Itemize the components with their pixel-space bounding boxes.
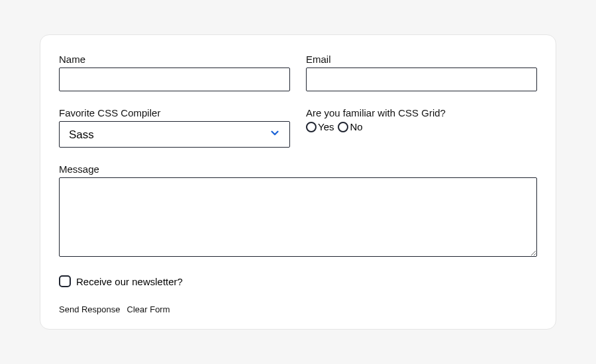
reset-button[interactable]: Clear Form xyxy=(127,304,170,314)
form-card: Name Email Favorite CSS Compiler Sass Ar… xyxy=(40,34,556,330)
email-input[interactable] xyxy=(306,68,537,91)
radio-no-label: No xyxy=(350,121,362,132)
checkbox-icon[interactable] xyxy=(59,275,71,287)
grid-radios: Yes No xyxy=(306,121,537,132)
row-1: Name Email xyxy=(59,54,537,91)
radio-circle-icon xyxy=(338,122,348,132)
compiler-select-wrap: Sass xyxy=(59,121,290,148)
submit-button[interactable]: Send Response xyxy=(59,304,121,314)
newsletter-label: Receive our newsletter? xyxy=(76,276,183,287)
email-field: Email xyxy=(306,54,537,91)
radio-circle-icon xyxy=(306,122,317,132)
name-field: Name xyxy=(59,54,290,91)
form-actions: Send Response Clear Form xyxy=(59,304,537,314)
grid-familiar-field: Are you familiar with CSS Grid? Yes No xyxy=(306,107,537,148)
radio-yes-label: Yes xyxy=(318,121,334,132)
compiler-field: Favorite CSS Compiler Sass xyxy=(59,107,290,148)
compiler-label: Favorite CSS Compiler xyxy=(59,107,290,118)
radio-no[interactable]: No xyxy=(338,121,362,132)
compiler-select[interactable]: Sass xyxy=(59,121,290,148)
radio-yes[interactable]: Yes xyxy=(306,121,334,132)
message-textarea[interactable] xyxy=(59,177,537,257)
message-field: Message xyxy=(59,163,537,259)
message-label: Message xyxy=(59,163,537,175)
row-2: Favorite CSS Compiler Sass Are you famil… xyxy=(59,107,537,148)
newsletter-field[interactable]: Receive our newsletter? xyxy=(59,275,537,287)
grid-question-label: Are you familiar with CSS Grid? xyxy=(306,107,537,118)
name-input[interactable] xyxy=(59,68,290,91)
name-label: Name xyxy=(59,54,290,65)
email-label: Email xyxy=(306,54,537,65)
